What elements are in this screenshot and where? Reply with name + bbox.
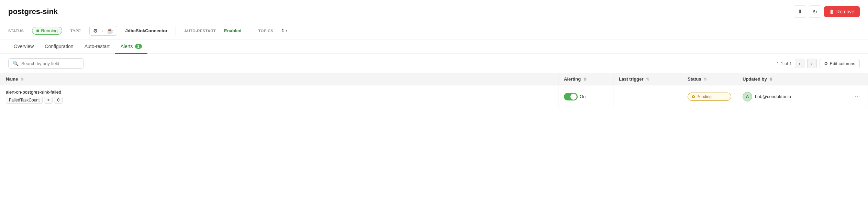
status-label: STATUS	[8, 29, 24, 33]
page-header: postgres-sink ⏸ ↻ 🗑 Remove	[0, 0, 868, 22]
cell-name: alert-on-postgres-sink-failed FailedTask…	[0, 85, 558, 108]
col-name-label: Name	[6, 76, 18, 82]
type-badge: ⚙ → ☕	[89, 26, 117, 36]
pending-label: Pending	[697, 94, 712, 99]
toolbar: 🔍 1-1 of 1 ‹ › ⚙ Edit columns	[0, 54, 868, 73]
sort-name-icon[interactable]: ⇅	[21, 77, 24, 82]
pagination-area: 1-1 of 1 ‹ › ⚙ Edit columns	[777, 59, 860, 68]
cell-updated-by: A bob@conduktor.io	[737, 85, 847, 108]
updated-by-container: A bob@conduktor.io	[743, 92, 841, 101]
topics-dropdown[interactable]: 1 ▾	[281, 28, 287, 33]
cell-last-trigger: -	[613, 85, 682, 108]
divider	[176, 26, 176, 36]
col-status: Status ⇅	[682, 73, 737, 85]
cell-more: ···	[847, 85, 868, 108]
toggle-knob	[570, 94, 577, 100]
status-dot	[36, 29, 39, 32]
refresh-icon: ↻	[813, 9, 817, 15]
edit-columns-label: Edit columns	[830, 61, 855, 66]
page-title: postgres-sink	[8, 7, 58, 16]
alert-filter: FailedTaskCount > 0	[6, 97, 553, 104]
trash-icon: 🗑	[830, 9, 834, 14]
alerts-table: Name ⇅ Alerting ⇅ Last trigger ⇅ Status …	[0, 73, 868, 108]
status-bar: STATUS Running TYPE ⚙ → ☕ JdbcSinkConnec…	[0, 22, 868, 39]
header-actions: ⏸ ↻ 🗑 Remove	[794, 5, 860, 18]
cell-status: Pending	[682, 85, 737, 108]
col-alerting-label: Alerting	[564, 76, 581, 82]
col-last-trigger-label: Last trigger	[619, 76, 644, 82]
prev-page-button[interactable]: ‹	[795, 59, 804, 68]
refresh-button[interactable]: ↻	[809, 5, 821, 18]
chevron-down-icon: ▾	[286, 28, 288, 33]
tab-alerts[interactable]: Alerts 1	[115, 39, 147, 54]
status-value: Running	[41, 28, 57, 33]
tab-auto-restart[interactable]: Auto-restart	[79, 39, 115, 54]
col-last-trigger: Last trigger ⇅	[613, 73, 682, 85]
pagination-text: 1-1 of 1	[777, 61, 792, 66]
search-box[interactable]: 🔍	[8, 58, 84, 69]
col-name: Name ⇅	[0, 73, 558, 85]
status-badge: Running	[32, 27, 62, 35]
filter-op-tag: >	[44, 97, 53, 104]
col-updated-by: Updated by ⇅	[737, 73, 847, 85]
auto-restart-value: Enabled	[224, 28, 242, 33]
search-icon: 🔍	[13, 61, 19, 66]
sort-last-trigger-icon[interactable]: ⇅	[646, 77, 649, 82]
updated-by-email: bob@conduktor.io	[755, 94, 791, 99]
connector-type: JdbcSinkConnector	[125, 28, 168, 33]
table-header-row: Name ⇅ Alerting ⇅ Last trigger ⇅ Status …	[0, 73, 868, 85]
type-label: TYPE	[70, 29, 81, 33]
filter-val-tag: 0	[54, 97, 63, 104]
sort-alerting-icon[interactable]: ⇅	[583, 77, 587, 82]
col-actions	[847, 73, 868, 85]
sort-updated-by-icon[interactable]: ⇅	[769, 77, 772, 82]
pause-icon: ⏸	[797, 9, 803, 15]
next-page-button[interactable]: ›	[807, 59, 817, 68]
java-icon: ☕	[107, 27, 113, 34]
table-row: alert-on-postgres-sink-failed FailedTask…	[0, 85, 868, 108]
tab-alerts-label: Alerts	[121, 44, 133, 49]
remove-label: Remove	[836, 9, 854, 14]
topics-label: TOPICS	[258, 29, 274, 33]
col-status-label: Status	[688, 76, 701, 82]
nav-tabs: Overview Configuration Auto-restart Aler…	[0, 39, 868, 54]
avatar: A	[743, 92, 752, 101]
tab-configuration-label: Configuration	[45, 44, 73, 49]
tab-overview[interactable]: Overview	[8, 39, 39, 54]
remove-button[interactable]: 🗑 Remove	[824, 6, 860, 17]
arrow-icon: →	[100, 28, 104, 34]
toggle-label: On	[580, 94, 586, 99]
pause-button[interactable]: ⏸	[794, 5, 806, 18]
tab-overview-label: Overview	[14, 44, 34, 49]
tab-auto-restart-label: Auto-restart	[85, 44, 110, 49]
toggle-switch[interactable]	[564, 93, 578, 100]
toggle-container: On	[564, 93, 608, 100]
edit-columns-button[interactable]: ⚙ Edit columns	[820, 59, 860, 68]
cell-alerting: On	[558, 85, 613, 108]
search-input[interactable]	[21, 61, 79, 66]
gear-small-icon: ⚙	[824, 61, 828, 66]
auto-restart-label: AUTO-RESTART	[184, 29, 216, 33]
filter-key-tag: FailedTaskCount	[6, 97, 43, 104]
tab-configuration[interactable]: Configuration	[39, 39, 79, 54]
status-pending-badge: Pending	[688, 93, 731, 101]
col-updated-by-label: Updated by	[743, 76, 767, 82]
more-options-button[interactable]: ···	[853, 92, 862, 101]
pending-dot	[692, 95, 695, 98]
alert-name: alert-on-postgres-sink-failed	[6, 89, 553, 95]
gear-icon: ⚙	[93, 28, 98, 34]
divider2	[250, 26, 250, 36]
alerts-badge: 1	[135, 44, 142, 49]
last-trigger-value: -	[619, 94, 620, 99]
topics-value: 1	[281, 28, 284, 33]
col-alerting: Alerting ⇅	[558, 73, 613, 85]
sort-status-icon[interactable]: ⇅	[704, 77, 707, 82]
